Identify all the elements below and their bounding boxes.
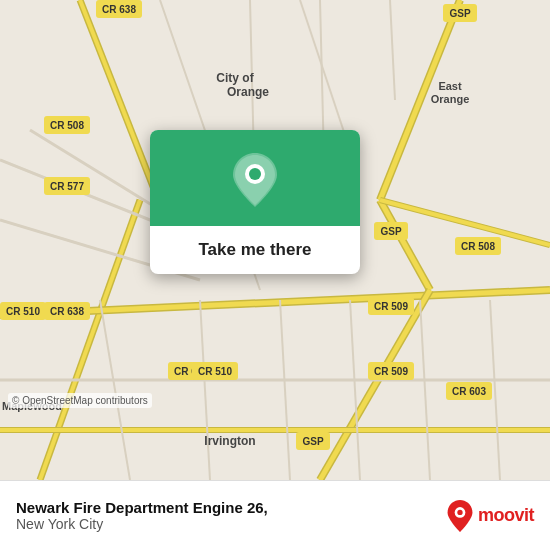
svg-text:CR 603: CR 603 (452, 386, 486, 397)
svg-text:CR 638: CR 638 (102, 4, 136, 15)
location-popup: Take me there (150, 130, 360, 274)
moovit-logo: moovit (446, 500, 534, 532)
svg-text:CR 577: CR 577 (50, 181, 84, 192)
svg-text:Orange: Orange (431, 93, 470, 105)
popup-header (150, 130, 360, 226)
moovit-brand-text: moovit (478, 505, 534, 526)
svg-text:CR 509: CR 509 (374, 366, 408, 377)
place-info: Newark Fire Department Engine 26, New Yo… (16, 499, 268, 532)
place-name: Newark Fire Department Engine 26, (16, 499, 268, 516)
osm-attribution: © OpenStreetMap contributors (8, 393, 152, 408)
map-view: CR 638 CR 508 CR 577 CR 638 CR 510 CR 63… (0, 0, 550, 480)
svg-point-70 (249, 168, 261, 180)
svg-text:City of: City of (216, 71, 254, 85)
svg-text:CR 508: CR 508 (50, 120, 84, 131)
svg-text:CR 638: CR 638 (50, 306, 84, 317)
svg-text:Irvington: Irvington (204, 434, 255, 448)
take-me-there-button[interactable]: Take me there (198, 240, 311, 260)
svg-text:CR 510: CR 510 (198, 366, 232, 377)
svg-text:CR 508: CR 508 (461, 241, 495, 252)
svg-text:East: East (438, 80, 462, 92)
svg-text:Orange: Orange (227, 85, 269, 99)
svg-point-72 (457, 509, 462, 514)
svg-text:GSP: GSP (380, 226, 401, 237)
bottom-info-bar: Newark Fire Department Engine 26, New Yo… (0, 480, 550, 550)
place-city: New York City (16, 516, 268, 532)
svg-text:GSP: GSP (449, 8, 470, 19)
svg-text:GSP: GSP (302, 436, 323, 447)
svg-text:CR 509: CR 509 (374, 301, 408, 312)
svg-text:CR 510: CR 510 (6, 306, 40, 317)
popup-action[interactable]: Take me there (150, 226, 360, 274)
location-pin-icon (231, 152, 279, 208)
moovit-pin-icon (446, 500, 474, 532)
